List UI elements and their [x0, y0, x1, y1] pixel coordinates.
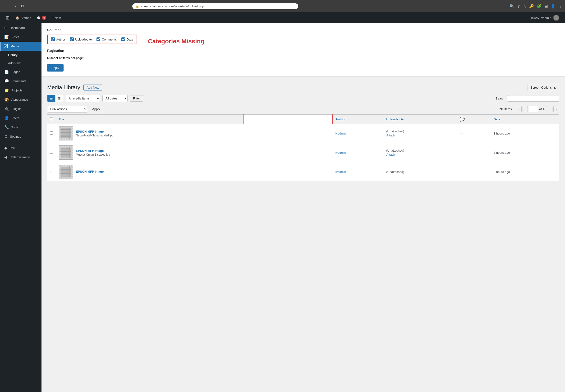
filter-button[interactable]: Filter [130, 95, 143, 102]
search-icon[interactable]: 🔍 [509, 4, 514, 9]
forward-button[interactable]: → [11, 3, 17, 10]
sidebar-label-appearance: Appearance [11, 98, 28, 101]
bookmark-icon[interactable]: ☆ [523, 4, 526, 9]
sidebar-item-add-new[interactable]: Add New [0, 59, 42, 67]
admin-bar-right: Howdy, lvadmin [530, 15, 562, 21]
row2-attach-link[interactable]: Attach [386, 153, 454, 156]
next-page-button[interactable]: › [547, 106, 552, 112]
sidebar-item-divi[interactable]: ◆ Divi [0, 143, 42, 153]
row1-author-link[interactable]: lvadmin [336, 132, 346, 135]
first-page-button[interactable]: « [516, 106, 522, 112]
appearance-icon: 🎨 [4, 97, 9, 102]
search-area: Search [495, 95, 559, 102]
media-type-select[interactable]: All media items Images Audio Video Docum… [66, 95, 100, 102]
sidebar-divider [0, 142, 42, 142]
row1-file-info: EPSON MFP image Nepal-Natal-Nauru-scaled… [76, 130, 113, 137]
page-title: Media Library [47, 84, 80, 91]
row3-author-link[interactable]: lvadmin [336, 170, 346, 174]
reload-button[interactable]: ⟳ [20, 3, 25, 10]
svg-rect-25 [70, 147, 70, 158]
avatar[interactable] [553, 15, 559, 21]
sidebar-item-media[interactable]: 🖼 Media [0, 42, 42, 51]
address-bar[interactable]: 🔒 stamps.llamavision.com/wp-admin/upload… [132, 3, 298, 9]
url-text: stamps.llamavision.com/wp-admin/upload.p… [141, 4, 204, 8]
row1-attach-link[interactable]: Attach [386, 134, 454, 137]
bulk-actions-select[interactable]: Bulk actions Delete permanently [47, 106, 87, 112]
row1-unattached: (Unattached) [386, 129, 404, 133]
sidebar-item-pages[interactable]: 📄 Pages [0, 67, 42, 76]
sidebar-item-settings[interactable]: ⚙ Settings [0, 132, 42, 141]
row1-checkbox[interactable] [50, 131, 53, 135]
sidebar-item-users[interactable]: 👤 Users [0, 113, 42, 123]
sidebar-item-library[interactable]: Library [0, 51, 42, 59]
search-input[interactable] [507, 95, 559, 102]
row2-comments-value: — [460, 151, 462, 154]
pagination-heading: Pagination [47, 49, 559, 53]
row3-checkbox[interactable] [50, 170, 53, 173]
sidebar-item-projects[interactable]: 📁 Projects [0, 86, 42, 95]
comments-item[interactable]: 💬 0 [34, 12, 49, 23]
row3-check [47, 162, 56, 182]
col-uploaded-checkbox[interactable] [70, 37, 74, 41]
profile-icon[interactable]: 👤 [551, 4, 555, 9]
row1-title-link[interactable]: EPSON MFP image [76, 130, 104, 133]
menu-icon[interactable]: ⋮ [558, 4, 562, 9]
row2-title-link[interactable]: EPSON MFP image [76, 149, 104, 153]
th-author: Author [333, 115, 384, 124]
split-icon[interactable]: ▣ [544, 4, 548, 9]
screen-options-apply-button[interactable]: Apply [47, 64, 63, 71]
sidebar-label-settings: Settings [10, 135, 21, 138]
col-comments-item[interactable]: Comments [96, 37, 117, 41]
current-page-input[interactable]: 1 [529, 106, 538, 112]
select-all-checkbox[interactable] [50, 117, 53, 120]
extension-icon[interactable]: 🔑 [529, 4, 534, 9]
svg-rect-22 [64, 147, 64, 158]
row2-uploaded-to: (Unattached) Attach [383, 143, 457, 162]
back-button[interactable]: ← [3, 3, 9, 10]
col-author-checkbox[interactable] [51, 37, 55, 41]
items-per-page-input[interactable]: 20 [86, 55, 99, 61]
row3-title-link[interactable]: EPSON MFP image [76, 170, 104, 173]
row1-date: 3 hours ago [491, 124, 559, 143]
row1-missing-col [244, 124, 332, 143]
dashboard-icon: ⊞ [4, 26, 7, 30]
row3-date: 3 hours ago [491, 162, 559, 182]
row3-missing-col [244, 162, 332, 182]
sidebar-item-comments[interactable]: 💬 Comments [0, 76, 42, 86]
col-date-checkbox[interactable] [121, 37, 125, 41]
col-comments-label: Comments [102, 38, 117, 41]
share-icon[interactable]: ⇪ [517, 4, 520, 9]
grid-view-button[interactable]: ⊞ [56, 95, 63, 102]
row1-uploaded-to: (Unattached) Attach [383, 124, 457, 143]
sidebar-item-plugins[interactable]: 🔌 Plugins [0, 104, 42, 113]
sidebar-item-appearance[interactable]: 🎨 Appearance [0, 95, 42, 104]
table-row: EPSON MFP image Muscat-Oman-1-scaled.jpg… [47, 143, 559, 162]
col-author-item[interactable]: Author [51, 37, 65, 41]
wp-logo-item[interactable]: ⊞ [3, 12, 13, 23]
sidebar-item-tools[interactable]: 🔧 Tools [0, 123, 42, 132]
col-comments-checkbox[interactable] [96, 37, 100, 41]
last-page-button[interactable]: » [553, 106, 559, 112]
add-new-button[interactable]: Add New [83, 84, 102, 90]
col-uploaded-item[interactable]: Uploaded to [70, 37, 92, 41]
list-view-button[interactable]: ☰ [47, 95, 56, 102]
sidebar-item-posts[interactable]: 📝 Posts [0, 32, 42, 42]
screen-options-button[interactable]: Screen Options ▲ [528, 84, 559, 91]
puzzle-icon[interactable]: 🧩 [537, 4, 542, 9]
sidebar-label-users: Users [11, 116, 19, 120]
sidebar-label-posts: Posts [11, 35, 19, 39]
row2-author-link[interactable]: lvadmin [336, 151, 346, 154]
row2-file: EPSON MFP image Muscat-Oman-1-scaled.jpg [56, 143, 244, 162]
svg-rect-37 [68, 166, 68, 177]
prev-page-button[interactable]: ‹ [522, 106, 528, 112]
row2-checkbox[interactable] [50, 151, 53, 154]
row2-unattached: (Unattached) [386, 149, 404, 152]
bulk-apply-button[interactable]: Apply [89, 106, 103, 112]
site-name-item[interactable]: 🏠 Stamps [13, 12, 34, 23]
sidebar-item-collapse[interactable]: ◀ Collapse menu [0, 153, 42, 162]
col-date-item[interactable]: Date [121, 37, 133, 41]
sidebar-item-dashboard[interactable]: ⊞ Dashboard [0, 23, 42, 32]
pages-icon: 📄 [4, 70, 9, 74]
dates-select[interactable]: All dates 2024 2023 [103, 95, 128, 102]
new-content-item[interactable]: + New [49, 12, 63, 23]
